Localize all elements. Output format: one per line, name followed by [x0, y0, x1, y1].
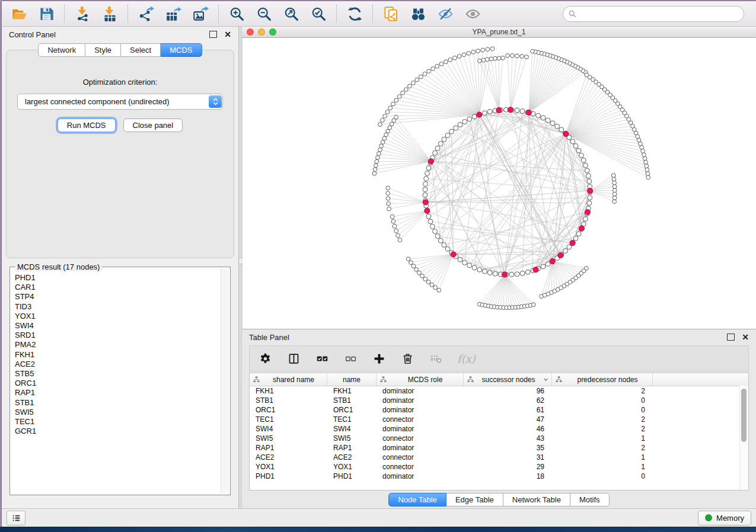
tab-edge-table[interactable]: Edge Table — [446, 493, 503, 507]
mcds-result-item[interactable]: TEC1 — [15, 417, 221, 427]
mcds-result-item[interactable]: SRD1 — [15, 331, 221, 340]
node-table: shared namenameMCDS rolesuccessor nodesp… — [249, 373, 749, 491]
result-scrollbar[interactable] — [221, 268, 229, 493]
table-row[interactable]: PHD1PHD1dominator180 — [250, 472, 748, 481]
export-image-icon — [193, 6, 209, 22]
tab-node-table[interactable]: Node Table — [388, 493, 446, 507]
table-row[interactable]: YOX1YOX1connector291 — [250, 462, 748, 472]
cell-name: ACE2 — [327, 453, 377, 462]
mcds-result-item[interactable]: RAP1 — [15, 388, 221, 398]
cell-shared-name: SWI4 — [250, 425, 327, 433]
toolbar-button-show-eye[interactable] — [461, 4, 484, 24]
desktop-wallpaper-strip — [0, 527, 756, 532]
toolbar-button-save-session[interactable] — [35, 4, 58, 24]
close-panel-icon[interactable]: ✕ — [224, 30, 231, 39]
toolbar-button-zoom-out[interactable] — [253, 4, 275, 24]
zoom-out-icon — [256, 6, 272, 22]
table-row[interactable]: SWI4SWI4dominator462 — [250, 424, 748, 434]
table-row[interactable]: TEC1TEC1connector472 — [250, 415, 748, 424]
mcds-result-item[interactable]: CAR1 — [15, 283, 221, 292]
toolbar-button-import-network[interactable] — [71, 4, 94, 24]
task-history-button[interactable] — [7, 511, 25, 525]
cell-predecessor-nodes: 2 — [552, 387, 653, 395]
table-panel-title: Table Panel — [249, 333, 289, 342]
mcds-result-item[interactable]: STB5 — [15, 369, 221, 379]
toolbar-button-zoom-selected[interactable] — [307, 4, 330, 24]
table-row[interactable]: SWI5SWI5connector431 — [250, 434, 748, 443]
search-input[interactable] — [580, 9, 739, 19]
mcds-result-item[interactable]: FKH1 — [15, 350, 221, 360]
toolbar-button-export-network[interactable] — [135, 4, 157, 24]
run-mcds-button[interactable]: Run MCDS — [58, 118, 116, 132]
table-row[interactable]: FKH1FKH1dominator962 — [250, 386, 748, 396]
table-scrollbar[interactable] — [739, 386, 748, 490]
refresh-icon — [347, 6, 363, 22]
table-toolbar-split-panel[interactable] — [286, 351, 301, 366]
window-close-light[interactable] — [247, 28, 254, 36]
toolbar-button-zoom-in[interactable] — [225, 4, 248, 24]
column-header-shared-name[interactable]: shared name — [250, 373, 327, 386]
mcds-result-item[interactable]: STP4 — [15, 292, 221, 302]
network-canvas[interactable] — [242, 38, 756, 329]
mcds-result-item[interactable]: TID3 — [15, 302, 221, 312]
table-row[interactable]: STB1STB1dominator620 — [250, 396, 748, 405]
float-table-panel-icon[interactable] — [727, 334, 735, 341]
tab-network-table[interactable]: Network Table — [503, 493, 570, 507]
attribute-type-icon — [379, 376, 387, 383]
table-toolbar-delete-row[interactable] — [400, 351, 414, 366]
mcds-result-item[interactable]: SWI5 — [15, 408, 221, 417]
close-panel-button[interactable]: Close panel — [123, 118, 183, 132]
cell-successor-nodes: 29 — [464, 463, 552, 471]
close-table-panel-icon[interactable]: ✕ — [742, 333, 749, 341]
toolbar-button-open-file[interactable] — [8, 4, 30, 24]
table-scrollbar-thumb[interactable] — [741, 389, 747, 442]
search-box[interactable] — [563, 6, 744, 22]
toolbar-button-clone-network[interactable] — [379, 4, 402, 24]
cell-shared-name: TEC1 — [250, 415, 327, 424]
mcds-result-item[interactable]: YOX1 — [15, 312, 221, 321]
tab-network[interactable]: Network — [38, 43, 85, 57]
memory-button[interactable]: Memory — [698, 511, 751, 525]
toolbar-button-zoom-fit[interactable] — [280, 4, 302, 24]
cell-successor-nodes: 61 — [464, 406, 552, 414]
mcds-result-item[interactable]: GCR1 — [15, 427, 221, 436]
mcds-result-item[interactable]: SWI4 — [15, 321, 221, 331]
mcds-result-item[interactable]: PHD1 — [15, 273, 221, 283]
mcds-result-item[interactable]: STB1 — [15, 398, 221, 408]
toolbar-button-binoculars[interactable] — [407, 4, 429, 24]
tab-motifs[interactable]: Motifs — [570, 493, 610, 507]
float-panel-icon[interactable] — [209, 31, 217, 38]
table-row[interactable]: RAP1RAP1dominator352 — [250, 443, 748, 453]
column-header-successor-nodes[interactable]: successor nodes — [464, 373, 552, 386]
cell-name: SWI4 — [327, 425, 377, 433]
import-table-icon — [102, 6, 118, 22]
tab-select[interactable]: Select — [121, 43, 161, 57]
cell-name: TEC1 — [327, 415, 377, 424]
table-toolbar-settings-gear[interactable] — [258, 351, 272, 366]
window-minimize-light[interactable] — [258, 28, 265, 36]
settings-gear-icon — [259, 352, 272, 365]
toolbar-button-hide-selection[interactable] — [434, 4, 457, 24]
column-header-name[interactable]: name — [327, 373, 377, 386]
toolbar-button-export-image[interactable] — [189, 4, 212, 24]
table-toolbar-deselect-all[interactable] — [343, 351, 358, 366]
toolbar-button-import-table[interactable] — [98, 4, 121, 24]
cell-mcds-role: dominator — [377, 396, 464, 405]
tab-mcds[interactable]: MCDS — [161, 43, 202, 57]
cell-mcds-role: dominator — [377, 472, 464, 480]
column-header-mcds-role[interactable]: MCDS role — [377, 373, 464, 386]
mcds-result-item[interactable]: PMA2 — [15, 340, 221, 350]
tab-style[interactable]: Style — [85, 43, 121, 57]
table-row[interactable]: ACE2ACE2connector311 — [250, 453, 748, 462]
column-header-predecessor-nodes[interactable]: predecessor nodes — [552, 373, 653, 386]
window-zoom-light[interactable] — [269, 28, 276, 36]
toolbar-button-refresh[interactable] — [343, 4, 366, 24]
mcds-result-item[interactable]: ORC1 — [15, 379, 221, 388]
mcds-result-item[interactable]: ACE2 — [15, 360, 221, 369]
criterion-dropdown[interactable]: largest connected component (undirected) — [17, 94, 223, 110]
table-toolbar-select-all[interactable] — [315, 351, 329, 366]
table-toolbar-add-row[interactable] — [372, 351, 386, 366]
toolbar-button-export-table[interactable] — [162, 4, 184, 24]
table-row[interactable]: ORC1ORC1dominator610 — [250, 405, 748, 415]
search-icon — [568, 9, 577, 18]
